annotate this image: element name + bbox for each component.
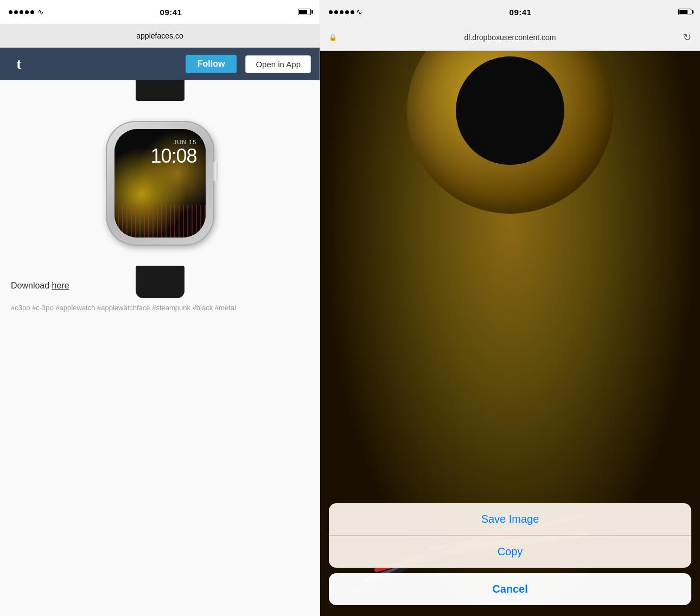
action-sheet-cancel-group: Cancel xyxy=(329,573,691,605)
battery-icon xyxy=(298,9,311,15)
tumblr-logo-t-icon: t xyxy=(16,55,21,73)
url-bar-right[interactable]: 🔒 dl.dropboxusercontent.com ↻ xyxy=(320,24,700,51)
tags-text: #c3po #c-3po #applewatch #applewatchface… xyxy=(11,304,236,312)
gear-inner xyxy=(456,56,564,165)
signal-dot-r5 xyxy=(351,10,354,14)
battery-fill xyxy=(299,10,307,14)
watch-screen: JUN 15 10:08 xyxy=(114,129,206,238)
left-url-text: applefaces.co xyxy=(136,31,183,40)
left-panel: ∿ 09:41 applefaces.co t Follow Open in A… xyxy=(0,0,320,616)
gear-circle xyxy=(407,51,613,214)
right-time: 09:41 xyxy=(510,8,532,17)
battery-fill-right xyxy=(679,10,688,14)
download-text: Download xyxy=(11,281,52,290)
right-url-text: dl.dropboxusercontent.com xyxy=(341,33,679,42)
signal-area: ∿ xyxy=(9,8,44,16)
watch-strap-bottom xyxy=(136,266,184,298)
battery-area-right xyxy=(678,9,691,15)
tumblr-header: t Follow Open in App xyxy=(0,48,320,80)
battery-icon-right xyxy=(678,9,691,15)
status-bar-left: ∿ 09:41 xyxy=(0,0,320,24)
signal-dots-right: ∿ xyxy=(329,8,362,16)
left-time: 09:41 xyxy=(160,8,182,17)
signal-dot-5 xyxy=(30,10,34,14)
signal-dot-2 xyxy=(14,10,18,14)
signal-dot-r3 xyxy=(340,10,343,14)
open-in-app-button[interactable]: Open in App xyxy=(245,55,311,73)
tumblr-logo: t xyxy=(9,54,29,74)
signal-dot-r4 xyxy=(345,10,349,14)
signal-dot-r1 xyxy=(329,10,333,14)
action-sheet-main-group: Save Image Copy xyxy=(329,503,691,568)
follow-button[interactable]: Follow xyxy=(186,55,237,73)
watch-time-container: JUN 15 10:08 xyxy=(123,139,197,166)
signal-dot-1 xyxy=(9,10,12,14)
url-bar-left[interactable]: applefaces.co xyxy=(0,24,320,48)
lock-icon: 🔒 xyxy=(329,34,337,41)
watch-face-overlay xyxy=(114,205,206,238)
download-link[interactable]: here xyxy=(52,281,69,290)
cancel-button[interactable]: Cancel xyxy=(329,573,691,605)
signal-dots xyxy=(9,10,34,14)
save-image-button[interactable]: Save Image xyxy=(329,503,691,536)
watch-crown xyxy=(213,162,218,181)
content-area: JUN 15 10:08 Download here #c3po #c-3po … xyxy=(0,80,320,616)
watch-container: JUN 15 10:08 xyxy=(90,97,231,270)
wifi-icon: ∿ xyxy=(37,8,44,16)
right-panel: ∿ 09:41 🔒 dl.dropboxusercontent.com ↻ xyxy=(320,0,700,616)
watch-case: JUN 15 10:08 xyxy=(106,121,214,246)
copy-button[interactable]: Copy xyxy=(329,536,691,568)
watch-time: 10:08 xyxy=(123,146,197,166)
signal-dot-3 xyxy=(20,10,23,14)
battery-area xyxy=(298,9,311,15)
wifi-icon-right: ∿ xyxy=(356,8,362,16)
watch-strap-top xyxy=(136,80,184,101)
tags-section: #c3po #c-3po #applewatch #applewatchface… xyxy=(0,296,320,319)
action-sheet: Save Image Copy Cancel xyxy=(320,503,700,616)
refresh-icon[interactable]: ↻ xyxy=(683,31,691,43)
signal-dot-4 xyxy=(25,10,29,14)
status-bar-right: ∿ 09:41 xyxy=(320,0,700,24)
signal-dot-r2 xyxy=(334,10,338,14)
